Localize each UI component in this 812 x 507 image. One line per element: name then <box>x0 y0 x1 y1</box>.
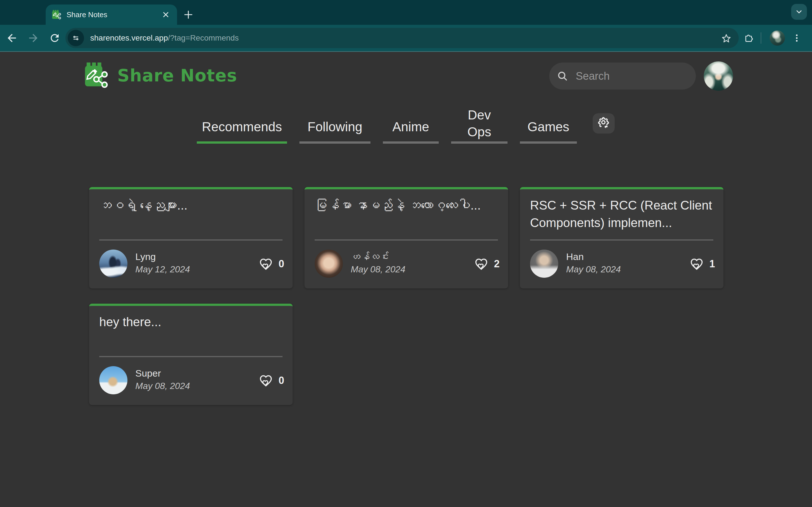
tab-title: Share Notes <box>66 10 160 19</box>
tab-recommends[interactable]: Recommends <box>197 99 287 144</box>
page-body: Share Notes Recommends Following Anime D… <box>0 52 812 506</box>
note-title: မြန်မာ နာမည်နဲ့ ဘလောဂ့လေးပါ... <box>315 196 498 214</box>
tab-label: Games <box>527 118 569 135</box>
note-card[interactable]: မြန်မာ နာမည်နဲ့ ဘလောဂ့လေးပါ... ဟန်လင်း M… <box>305 187 508 288</box>
tag-nav: Recommends Following Anime Dev Ops Games <box>0 99 812 144</box>
search-input[interactable] <box>576 70 672 82</box>
note-title: hey there... <box>99 313 283 331</box>
url-path: /?tag=Recommends <box>168 34 239 42</box>
note-title: ဘဝရဲ့ နေ့ညများ... <box>99 196 283 214</box>
likes-count: 0 <box>278 375 284 386</box>
bookmark-star-icon[interactable] <box>721 33 732 44</box>
toolbar-divider <box>761 33 761 44</box>
tab-label: Dev Ops <box>462 107 496 140</box>
likes-count: 2 <box>494 258 500 270</box>
browser-menu-icon[interactable] <box>788 27 805 49</box>
likes-heart-icon[interactable] <box>474 256 489 272</box>
site-title: Share Notes <box>117 66 237 86</box>
browser-toolbar: sharenotes.vercel.app/?tag=Recommends <box>0 25 812 52</box>
note-date: May 08, 2024 <box>351 264 405 275</box>
site-logo[interactable]: Share Notes <box>82 61 237 90</box>
back-button[interactable] <box>1 27 22 49</box>
note-card[interactable]: RSC + SSR + RCC (React Client Components… <box>520 187 723 288</box>
browser-tab[interactable]: Share Notes <box>46 4 177 25</box>
screen: Share Notes sharenotes.ver <box>0 0 812 507</box>
settings-button[interactable] <box>593 113 615 133</box>
note-title: RSC + SSR + RCC (React Client Components… <box>530 196 713 231</box>
favicon <box>51 10 61 20</box>
author-name: ဟန်လင်း <box>351 251 389 262</box>
note-card[interactable]: hey there... Super May 08, 2024 0 <box>89 304 293 405</box>
address-bar[interactable]: sharenotes.vercel.app/?tag=Recommends <box>65 28 739 48</box>
author-avatar <box>315 249 343 278</box>
note-date: May 08, 2024 <box>135 381 190 391</box>
new-tab-button[interactable] <box>178 4 199 25</box>
author-avatar <box>530 249 558 278</box>
user-avatar[interactable] <box>704 61 733 91</box>
share-notes-logo-icon <box>82 61 110 90</box>
extensions-icon[interactable] <box>739 27 759 49</box>
author-name: Super <box>135 368 161 379</box>
browser-tabstrip: Share Notes <box>0 0 812 25</box>
note-date: May 08, 2024 <box>566 264 621 275</box>
site-info-icon[interactable] <box>68 30 84 46</box>
card-divider <box>99 239 283 240</box>
card-divider <box>315 239 498 240</box>
likes-heart-icon[interactable] <box>258 256 273 272</box>
author-name: Lyng <box>135 251 156 262</box>
tab-anime[interactable]: Anime <box>383 99 439 144</box>
url-host: sharenotes.vercel.app <box>90 34 168 42</box>
tab-label: Following <box>308 118 362 135</box>
tab-search-button[interactable] <box>791 4 807 20</box>
card-divider <box>99 356 283 357</box>
notes-grid: ဘဝရဲ့ နေ့ညများ... Lyng May 12, 2024 0 မြ… <box>89 187 723 405</box>
settings-gear-icon <box>597 116 611 130</box>
likes-heart-icon[interactable] <box>689 256 704 272</box>
tab-label: Recommends <box>202 118 282 135</box>
search-bar[interactable] <box>549 62 696 90</box>
author-avatar <box>99 249 128 278</box>
url-text: sharenotes.vercel.app/?tag=Recommends <box>90 34 721 43</box>
forward-button[interactable] <box>22 27 44 49</box>
tab-following[interactable]: Following <box>299 99 370 144</box>
search-icon <box>557 70 568 82</box>
note-card[interactable]: ဘဝရဲ့ နေ့ညများ... Lyng May 12, 2024 0 <box>89 187 293 288</box>
tab-close-icon[interactable] <box>160 9 171 20</box>
browser-profile-avatar[interactable] <box>770 31 785 46</box>
tab-games[interactable]: Games <box>520 99 577 144</box>
author-name: Han <box>566 251 583 262</box>
author-avatar <box>99 366 128 394</box>
likes-count: 0 <box>278 258 284 270</box>
tab-label: Anime <box>393 118 429 135</box>
note-date: May 12, 2024 <box>135 264 190 275</box>
reload-button[interactable] <box>44 27 65 49</box>
card-divider <box>530 239 713 240</box>
tab-dev-ops[interactable]: Dev Ops <box>451 99 507 144</box>
likes-heart-icon[interactable] <box>258 373 273 388</box>
likes-count: 1 <box>709 258 715 270</box>
